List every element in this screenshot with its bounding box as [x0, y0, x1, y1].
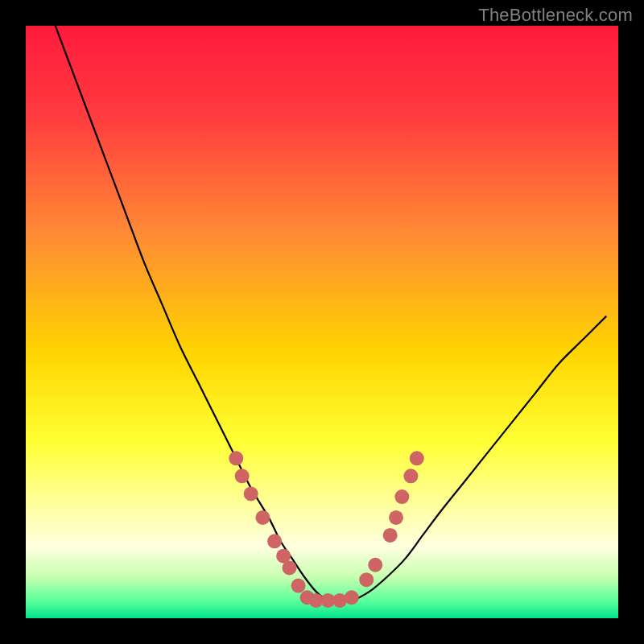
data-marker — [255, 510, 270, 525]
data-marker — [410, 451, 424, 465]
chart-plot — [26, 26, 618, 618]
data-marker — [229, 451, 243, 465]
data-marker — [283, 560, 297, 575]
data-marker — [267, 534, 282, 548]
data-marker — [291, 579, 306, 593]
data-marker — [244, 486, 258, 501]
chart-frame: TheBottleneck.com — [0, 0, 644, 644]
data-marker — [345, 590, 359, 605]
data-marker — [389, 510, 403, 525]
data-marker — [394, 489, 409, 504]
watermark-text: TheBottleneck.com — [478, 5, 633, 26]
chart-background — [26, 26, 618, 618]
data-marker — [368, 558, 382, 572]
data-marker — [359, 572, 374, 587]
data-marker — [235, 469, 250, 483]
data-marker — [383, 528, 398, 543]
data-marker — [403, 469, 418, 483]
